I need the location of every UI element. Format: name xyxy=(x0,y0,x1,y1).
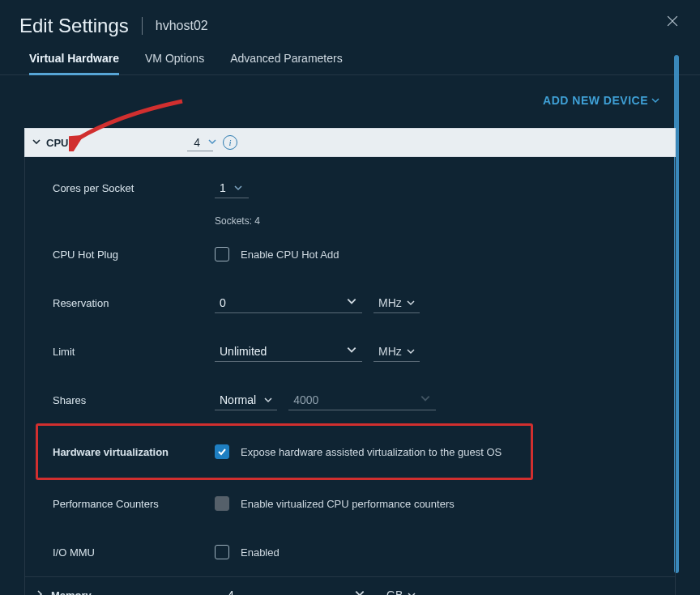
row-hardware-virtualization: Hardware virtualization Expose hardware … xyxy=(36,424,532,479)
cpu-rows: Cores per Socket 1 Sockets: 4 CPU Hot Pl… xyxy=(24,157,676,595)
row-performance-counters: Performance Counters Enable virtualized … xyxy=(25,479,675,528)
settings-body: CPU 4 i Cores per Socket 1 Sockets: 4 CP… xyxy=(24,87,676,595)
chevron-right-icon xyxy=(35,589,45,595)
tab-vm-options[interactable]: VM Options xyxy=(145,52,204,74)
limit-input[interactable]: Unlimited xyxy=(215,341,362,362)
hw-virt-cb-label: Expose hardware assisted virtualization … xyxy=(241,446,502,458)
limit-unit-select[interactable]: MHz xyxy=(373,342,420,362)
hw-virt-label: Hardware virtualization xyxy=(53,446,215,458)
cpu-label: CPU xyxy=(46,137,68,149)
row-reservation: Reservation 0 MHz xyxy=(25,278,675,327)
perf-counters-checkbox xyxy=(215,496,229,511)
io-mmu-checkbox[interactable] xyxy=(215,545,229,559)
chevron-down-icon xyxy=(32,136,41,149)
io-mmu-cb-label: Enabled xyxy=(241,546,280,559)
chevron-down-icon xyxy=(408,589,416,596)
info-icon[interactable]: i xyxy=(223,135,237,150)
shares-select[interactable]: Normal xyxy=(215,390,277,410)
cpu-hot-plug-label: CPU Hot Plug xyxy=(53,249,215,261)
chevron-down-icon xyxy=(264,393,272,406)
tab-advanced-parameters[interactable]: Advanced Parameters xyxy=(230,52,343,74)
limit-label: Limit xyxy=(53,346,215,358)
cpu-hot-add-label: Enable CPU Hot Add xyxy=(241,249,339,261)
shares-value-input[interactable]: 4000 xyxy=(288,389,436,410)
row-cpu-hot-plug: CPU Hot Plug Enable CPU Hot Add xyxy=(25,230,675,278)
chevron-down-icon xyxy=(420,393,431,406)
cpu-hot-add-checkbox[interactable] xyxy=(215,247,229,261)
memory-input[interactable]: 4 xyxy=(223,584,370,595)
modal-subtitle: hvhost02 xyxy=(156,19,208,33)
perf-counters-cb-label: Enable virtualized CPU performance count… xyxy=(241,498,455,510)
memory-unit-select[interactable]: GB xyxy=(382,585,420,596)
reservation-label: Reservation xyxy=(53,297,215,309)
chevron-down-icon xyxy=(407,296,415,309)
memory-header[interactable]: Memory 4 GB xyxy=(25,576,675,595)
row-limit: Limit Unlimited MHz xyxy=(25,327,675,376)
sockets-text: Sockets: 4 xyxy=(215,215,675,227)
chevron-down-icon xyxy=(354,588,365,595)
row-shares: Shares Normal 4000 xyxy=(25,376,675,424)
chevron-down-icon xyxy=(346,344,357,358)
tab-virtual-hardware[interactable]: Virtual Hardware xyxy=(29,52,119,75)
row-cores-per-socket: Cores per Socket 1 xyxy=(25,164,675,212)
modal-header: Edit Settings hvhost02 xyxy=(0,0,700,40)
io-mmu-label: I/O MMU xyxy=(53,546,215,559)
memory-label: Memory xyxy=(51,589,223,596)
hw-virt-checkbox[interactable] xyxy=(215,444,229,459)
reservation-input[interactable]: 0 xyxy=(215,292,362,313)
tabs: Virtual Hardware VM Options Advanced Par… xyxy=(0,40,700,75)
cores-per-socket-label: Cores per Socket xyxy=(53,182,215,194)
header-separator xyxy=(142,17,143,35)
perf-counters-label: Performance Counters xyxy=(53,498,215,510)
chevron-down-icon xyxy=(234,181,242,194)
shares-label: Shares xyxy=(53,394,215,406)
chevron-down-icon xyxy=(407,345,415,358)
cpu-count-select[interactable]: 4 xyxy=(187,134,213,151)
chevron-down-icon xyxy=(346,295,357,309)
cores-per-socket-select[interactable]: 1 xyxy=(215,178,249,198)
modal-title: Edit Settings xyxy=(19,15,129,37)
row-io-mmu: I/O MMU Enabled xyxy=(25,528,675,576)
reservation-unit-select[interactable]: MHz xyxy=(373,293,420,313)
edit-settings-modal: Edit Settings hvhost02 Virtual Hardware … xyxy=(0,0,700,595)
close-icon[interactable] xyxy=(664,13,681,32)
cpu-header[interactable]: CPU 4 i xyxy=(24,128,676,157)
